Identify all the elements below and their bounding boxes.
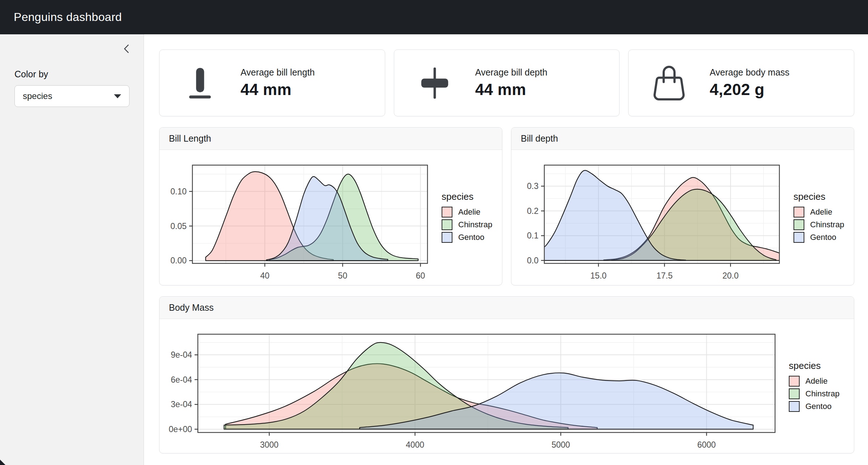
chevron-left-icon [122,44,131,55]
color-by-select[interactable]: species [14,85,129,107]
body-mass-row: Body Mass 30004000500060000e+003e-046e-0… [159,296,854,453]
legend-label: Chinstrap [805,389,839,399]
caret-down-icon [114,94,121,98]
svg-text:4000: 4000 [406,440,424,449]
density-plot-svg: 15.017.520.00.00.10.20.3 [516,155,791,281]
legend-title: species [789,360,839,371]
charts-row: Bill Length 4050600.000.050.10speciesAde… [159,127,854,285]
legend-entry-chinstrap: Chinstrap [789,388,839,399]
legend-entry-adelie: Adelie [442,207,492,218]
svg-text:0.0: 0.0 [527,256,539,265]
legend-swatch-chinstrap [442,219,452,230]
legend-label: Adelie [810,207,832,217]
card-bill-depth: Bill depth 15.017.520.00.00.10.20.3speci… [511,127,854,285]
sidebar-collapse-button[interactable] [120,43,133,55]
svg-text:0.00: 0.00 [170,256,187,265]
bill-depth-density-chart: 15.017.520.00.00.10.20.3speciesAdelieChi… [516,155,851,281]
handbag-icon [651,66,687,100]
legend-swatch-adelie [793,207,804,218]
legend-label: Gentoo [810,233,836,242]
main-content: Average bill length 44 mm Average bill d… [144,34,868,465]
color-by-label: Color by [14,69,129,79]
align-bottom-icon [182,66,218,100]
legend-entry-adelie: Adelie [789,376,839,387]
legend-label: Gentoo [458,233,484,242]
card-title: Bill depth [511,128,854,150]
card-title: Bill Length [159,128,502,150]
density-plot-svg: 4050600.000.050.10 [165,155,439,281]
legend-entry-chinstrap: Chinstrap [793,219,844,230]
value-box-bill-length: Average bill length 44 mm [159,49,385,116]
navbar: Penguins dashboard [0,0,868,34]
svg-text:50: 50 [338,271,348,280]
svg-text:20.0: 20.0 [723,271,739,280]
legend-label: Adelie [458,207,480,217]
legend-label: Chinstrap [810,220,844,229]
legend-swatch-chinstrap [789,388,800,399]
legend-entry-gentoo: Gentoo [442,232,492,243]
legend-entry-adelie: Adelie [793,207,844,218]
density-plot-svg: 30004000500060000e+003e-046e-049e-04 [165,324,787,450]
card-body-mass: Body Mass 30004000500060000e+003e-046e-0… [159,296,854,453]
legend-title: species [793,191,844,202]
legend-label: Gentoo [805,402,831,411]
legend-label: Chinstrap [458,220,492,229]
svg-text:3e-04: 3e-04 [171,400,192,409]
value-box-value: 4,202 g [710,81,790,99]
sidebar: Color by species [0,34,144,465]
legend-entry-gentoo: Gentoo [793,232,844,243]
legend-label: Adelie [805,376,827,386]
chart-legend: speciesAdelieChinstrapGentoo [793,191,844,245]
chart-legend: speciesAdelieChinstrapGentoo [789,360,839,414]
value-box-row: Average bill length 44 mm Average bill d… [159,49,854,116]
align-center-icon [417,66,453,100]
value-box-value: 44 mm [241,81,315,99]
legend-swatch-chinstrap [793,219,804,230]
resize-corner-mark [0,460,5,465]
svg-text:40: 40 [260,271,269,280]
svg-text:5000: 5000 [552,440,570,449]
bill-length-density-chart: 4050600.000.050.10speciesAdelieChinstrap… [165,155,499,281]
svg-text:0.05: 0.05 [170,221,187,231]
chart-legend: speciesAdelieChinstrapGentoo [442,191,492,245]
app-title: Penguins dashboard [14,10,122,24]
svg-text:9e-04: 9e-04 [171,350,192,359]
svg-text:0.3: 0.3 [527,181,539,191]
legend-swatch-adelie [789,376,800,387]
svg-text:15.0: 15.0 [590,271,607,280]
legend-swatch-gentoo [442,232,452,243]
value-box-title: Average bill length [241,67,315,78]
legend-title: species [442,191,492,202]
body-mass-density-chart: 30004000500060000e+003e-046e-049e-04spec… [165,324,851,450]
svg-text:0.1: 0.1 [527,231,539,240]
card-title: Body Mass [159,297,854,319]
legend-entry-chinstrap: Chinstrap [442,219,492,230]
svg-text:3000: 3000 [260,440,278,449]
value-box-body-mass: Average body mass 4,202 g [628,49,854,116]
svg-text:0.2: 0.2 [527,206,539,216]
value-box-value: 44 mm [475,81,548,99]
svg-text:6e-04: 6e-04 [171,375,192,384]
svg-text:6000: 6000 [697,440,716,449]
legend-swatch-adelie [442,207,452,218]
value-box-title: Average body mass [710,67,790,78]
legend-swatch-gentoo [789,401,800,412]
svg-text:60: 60 [416,271,425,280]
legend-entry-gentoo: Gentoo [789,401,839,412]
select-value: species [23,91,52,101]
legend-swatch-gentoo [793,232,804,243]
value-box-bill-depth: Average bill depth 44 mm [394,49,620,116]
svg-text:0.10: 0.10 [170,187,187,196]
value-box-title: Average bill depth [475,67,548,78]
svg-text:0e+00: 0e+00 [169,425,192,434]
card-bill-length: Bill Length 4050600.000.050.10speciesAde… [159,127,502,285]
svg-text:17.5: 17.5 [656,271,673,280]
